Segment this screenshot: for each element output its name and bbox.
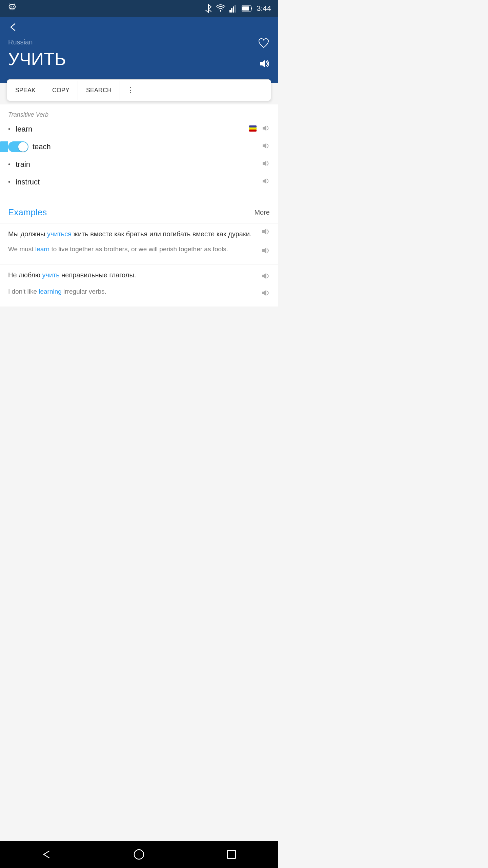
bullet-icon: •: [8, 161, 10, 168]
favorite-button[interactable]: [258, 37, 270, 51]
example-english-text: We must learn to live together as brothe…: [8, 244, 228, 254]
status-bar-right: 3:44: [205, 4, 271, 13]
svg-rect-7: [233, 6, 234, 13]
volume-icon-learn[interactable]: [261, 124, 270, 135]
svg-rect-8: [235, 5, 236, 13]
status-time: 3:44: [257, 4, 271, 13]
examples-section: Examples More Мы должны учиться жить вме…: [0, 200, 278, 307]
example-item: Не люблю учить неправильные глаголы. I d…: [0, 264, 278, 307]
example-item: Мы должны учиться жить вместе как братья…: [0, 223, 278, 264]
volume-english-1[interactable]: [260, 246, 270, 259]
examples-header: Examples More: [0, 200, 278, 223]
translations-section: Transitive Verb • learn: [0, 104, 278, 196]
svg-rect-6: [231, 8, 232, 13]
svg-point-1: [11, 6, 12, 7]
list-item: • train: [0, 156, 278, 173]
toggle-knob: [18, 142, 28, 152]
word-title: УЧИТЬ: [8, 49, 270, 69]
status-bar-left: [7, 3, 18, 14]
copy-button[interactable]: COPY: [44, 81, 78, 100]
volume-russian-2[interactable]: [260, 271, 270, 284]
back-button[interactable]: [8, 22, 18, 34]
svg-point-2: [13, 6, 14, 7]
search-button[interactable]: SEARCH: [78, 81, 120, 100]
battery-icon: [242, 5, 252, 12]
status-bar: 3:44: [0, 0, 278, 17]
example-english-after: to live together as brothers, or we will…: [49, 245, 228, 253]
list-item: teach: [0, 138, 278, 156]
more-options-button[interactable]: ⋮: [120, 80, 142, 101]
bullet-icon: •: [8, 179, 10, 186]
main-content: Transitive Verb • learn: [0, 104, 278, 307]
speak-button[interactable]: SPEAK: [7, 81, 44, 100]
example-russian-2-text: Не люблю учить неправильные глаголы.: [8, 270, 136, 280]
flag-icon[interactable]: [249, 125, 257, 134]
bluetooth-icon: [205, 4, 212, 13]
list-item: • instruct: [0, 173, 278, 191]
svg-rect-5: [229, 10, 231, 13]
header: Russian УЧИТЬ: [0, 17, 278, 83]
translation-word-train: train: [16, 160, 257, 169]
example-russian-before: Мы должны: [8, 230, 47, 238]
header-volume-button[interactable]: [258, 58, 270, 71]
svg-line-4: [14, 4, 15, 5]
example-russian-2: Не люблю учить неправильные глаголы.: [8, 270, 270, 284]
example-text-1: Мы должны учиться жить вместе как братья…: [8, 229, 270, 259]
example-english-1: We must learn to live together as brothe…: [8, 244, 270, 259]
section-header: Transitive Verb: [0, 107, 278, 120]
translation-word-instruct: instruct: [16, 178, 257, 186]
example-russian-2-after: неправильные глаголы.: [60, 271, 136, 279]
header-actions: [258, 37, 270, 71]
volume-icon-train[interactable]: [261, 159, 270, 170]
language-label: Russian: [8, 38, 270, 46]
translation-word-teach: teach: [33, 142, 257, 151]
volume-russian-1[interactable]: [260, 227, 270, 238]
example-row-1: Мы должны учиться жить вместе как братья…: [8, 229, 270, 259]
svg-rect-10: [251, 7, 252, 9]
android-icon: [7, 3, 18, 14]
example-russian-1: Мы должны учиться жить вместе как братья…: [8, 229, 270, 239]
signal-icon: [229, 4, 238, 13]
wifi-icon: [216, 4, 225, 13]
example-english-before: We must: [8, 245, 35, 253]
translation-word-learn: learn: [16, 125, 245, 134]
example-russian-2-highlight: учить: [42, 271, 60, 279]
svg-line-3: [10, 4, 11, 5]
svg-rect-14: [249, 127, 257, 130]
teach-toggle[interactable]: [8, 141, 28, 152]
example-english-2-before: I don't like: [8, 288, 39, 295]
example-row-2: Не люблю учить неправильные глаголы. I d…: [8, 270, 270, 301]
example-english-2-highlight: learning: [39, 288, 62, 295]
example-russian-highlight: учиться: [47, 230, 72, 238]
bullet-icon: •: [8, 126, 10, 133]
example-russian-2-before: Не люблю: [8, 271, 42, 279]
examples-title: Examples: [8, 207, 47, 218]
example-text-2: Не люблю учить неправильные глаголы. I d…: [8, 270, 270, 301]
example-english-2-after: irregular verbs.: [62, 288, 106, 295]
example-english-2: I don't like learning irregular verbs.: [8, 287, 270, 301]
list-item: • learn: [0, 120, 278, 138]
svg-rect-11: [242, 6, 249, 11]
volume-icon-instruct[interactable]: [261, 177, 270, 188]
toggle-left: [0, 141, 8, 152]
example-russian-after: жить вместе как братья или погибать вмес…: [72, 230, 251, 238]
more-link[interactable]: More: [254, 209, 270, 216]
example-english-2-text: I don't like learning irregular verbs.: [8, 287, 106, 297]
context-menu: SPEAK COPY SEARCH ⋮: [7, 79, 271, 101]
volume-icon-teach[interactable]: [261, 141, 270, 152]
svg-rect-13: [249, 125, 257, 127]
example-english-highlight: learn: [35, 245, 49, 253]
volume-english-2[interactable]: [260, 288, 270, 301]
svg-rect-15: [249, 130, 257, 132]
